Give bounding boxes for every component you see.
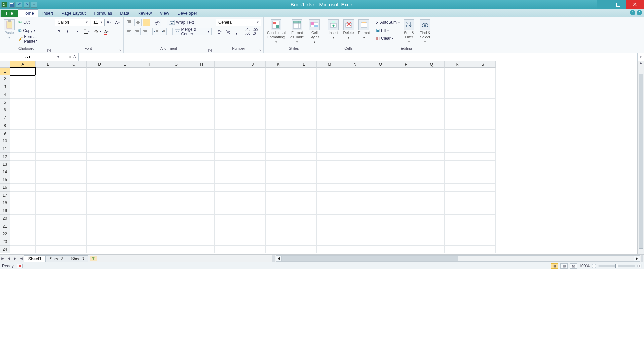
cell[interactable] — [445, 184, 470, 192]
cell[interactable] — [368, 130, 393, 137]
cell[interactable] — [163, 99, 189, 106]
cell[interactable] — [240, 222, 266, 230]
cell[interactable] — [291, 106, 317, 114]
select-all-corner[interactable] — [0, 61, 10, 68]
cell[interactable] — [61, 222, 87, 230]
cell[interactable] — [317, 161, 342, 168]
cell[interactable] — [189, 161, 215, 168]
cell[interactable] — [138, 99, 163, 106]
cell[interactable] — [470, 114, 496, 122]
cell[interactable] — [163, 222, 189, 230]
cell[interactable] — [240, 99, 266, 106]
cell[interactable] — [368, 238, 393, 246]
cell[interactable] — [291, 83, 317, 91]
cell[interactable] — [87, 99, 112, 106]
cell[interactable] — [317, 99, 342, 106]
cell[interactable] — [342, 161, 368, 168]
cell[interactable] — [368, 184, 393, 192]
cell[interactable] — [266, 75, 291, 83]
cell[interactable] — [189, 168, 215, 176]
font-color-button[interactable]: A▾ — [103, 28, 110, 35]
cell[interactable] — [36, 230, 61, 238]
column-header[interactable]: C — [61, 61, 87, 68]
align-center-button[interactable] — [134, 28, 140, 35]
increase-indent-button[interactable] — [160, 28, 167, 35]
sheet-nav-first[interactable]: ⏮ — [0, 255, 6, 262]
cell[interactable] — [36, 168, 61, 176]
formula-input[interactable] — [79, 53, 637, 61]
cell[interactable] — [10, 91, 36, 99]
cell[interactable] — [291, 222, 317, 230]
cell[interactable] — [163, 153, 189, 161]
cell[interactable] — [342, 230, 368, 238]
cell[interactable] — [419, 176, 445, 184]
cell[interactable] — [163, 176, 189, 184]
cell[interactable] — [189, 130, 215, 137]
cell[interactable] — [112, 168, 138, 176]
cell[interactable] — [291, 184, 317, 192]
cell[interactable] — [138, 199, 163, 207]
row-header[interactable]: 9 — [0, 130, 10, 137]
cell[interactable] — [266, 168, 291, 176]
cell[interactable] — [419, 130, 445, 137]
cell[interactable] — [10, 192, 36, 199]
cell[interactable] — [419, 83, 445, 91]
cell[interactable] — [189, 91, 215, 99]
cell[interactable] — [291, 176, 317, 184]
cell[interactable] — [291, 161, 317, 168]
cell[interactable] — [240, 122, 266, 130]
cell[interactable] — [10, 130, 36, 137]
cell[interactable] — [470, 91, 496, 99]
cell[interactable] — [266, 137, 291, 145]
cell[interactable] — [163, 246, 189, 253]
cell[interactable] — [470, 75, 496, 83]
underline-button[interactable]: U▾ — [72, 28, 79, 35]
cell[interactable] — [36, 246, 61, 253]
cell[interactable] — [87, 192, 112, 199]
cell[interactable] — [317, 75, 342, 83]
tab-scroll-splitter[interactable] — [272, 255, 275, 262]
cell[interactable] — [445, 199, 470, 207]
cell[interactable] — [393, 168, 419, 176]
cell[interactable] — [393, 222, 419, 230]
cell[interactable] — [368, 99, 393, 106]
row-header[interactable]: 23 — [0, 238, 10, 246]
cell[interactable] — [342, 207, 368, 215]
cell[interactable] — [215, 246, 240, 253]
comma-button[interactable]: , — [233, 28, 240, 35]
minimize-ribbon-icon[interactable]: ˄ — [630, 10, 635, 15]
align-bottom-button[interactable] — [143, 19, 150, 26]
cell[interactable] — [342, 153, 368, 161]
cell[interactable] — [61, 168, 87, 176]
cell[interactable] — [240, 145, 266, 153]
cell[interactable] — [36, 130, 61, 137]
cell[interactable] — [393, 246, 419, 253]
cell[interactable] — [240, 238, 266, 246]
cell[interactable] — [445, 91, 470, 99]
cell[interactable] — [61, 176, 87, 184]
cell[interactable] — [317, 68, 342, 75]
row-header[interactable]: 5 — [0, 99, 10, 106]
paste-button[interactable]: Paste ▼ — [2, 19, 16, 40]
hscroll-left[interactable]: ◀ — [276, 255, 282, 262]
number-dialog-launcher[interactable]: ↘ — [258, 49, 261, 52]
cell[interactable] — [189, 106, 215, 114]
cell[interactable] — [342, 99, 368, 106]
cell[interactable] — [393, 207, 419, 215]
cell[interactable] — [393, 114, 419, 122]
cell[interactable] — [215, 238, 240, 246]
cell[interactable] — [266, 161, 291, 168]
cell[interactable] — [112, 130, 138, 137]
cell[interactable] — [317, 114, 342, 122]
cell[interactable] — [61, 230, 87, 238]
cell[interactable] — [189, 215, 215, 222]
cell[interactable] — [291, 168, 317, 176]
cell[interactable] — [470, 168, 496, 176]
cell[interactable] — [445, 153, 470, 161]
cell[interactable] — [317, 192, 342, 199]
cell[interactable] — [112, 215, 138, 222]
cell[interactable] — [445, 230, 470, 238]
align-middle-button[interactable] — [134, 19, 142, 26]
cell[interactable] — [419, 137, 445, 145]
cell[interactable] — [112, 83, 138, 91]
